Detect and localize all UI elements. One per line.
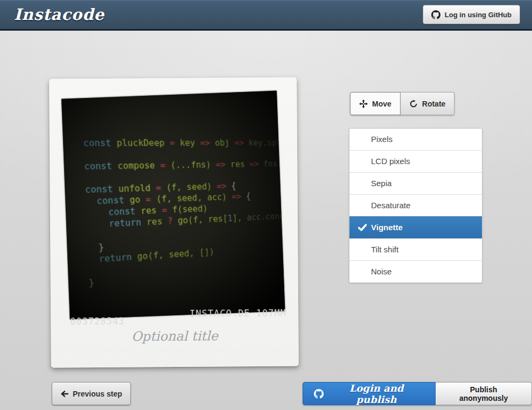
move-icon [359,100,368,108]
filter-item-noise[interactable]: Noise [349,260,482,282]
watermark-brand: INSTACO.DE 107MM [190,308,286,319]
filter-item-lcd-pixels[interactable]: LCD pixels [349,150,482,172]
filter-item-vignette[interactable]: Vignette [349,216,482,238]
filter-label: Pixels [371,135,393,144]
filter-label: Tilt shift [371,245,398,254]
rotate-button[interactable]: Rotate [401,92,455,115]
code-block: const pluckDeep = key => obj => key.spli… [83,137,285,289]
filter-list: PixelsLCD pixelsSepiaDesaturateVignetteT… [349,128,482,283]
top-navbar: Instacode Log in using GitHub [0,0,532,31]
github-icon [314,389,324,399]
filter-label: Vignette [371,223,403,232]
publish-button-group: Login and publish Publish anonymously [303,382,532,405]
github-icon [431,10,440,19]
publish-anonymously-button[interactable]: Publish anonymously [436,382,532,405]
polaroid-frame: const pluckDeep = key => obj => key.spli… [49,77,299,367]
filter-label: Noise [371,267,391,276]
app-logo: Instacode [14,5,104,24]
code-line: const pluckDeep = key => obj => key.spli… [83,137,285,149]
photo-title-input[interactable]: Optional title [51,328,298,344]
previous-step-button[interactable]: Previous step [52,382,131,405]
move-label: Move [372,100,391,108]
move-button[interactable]: Move [350,92,401,115]
filter-label: Sepia [371,179,391,188]
publish-anonymously-label: Publish anonymously [445,385,522,402]
github-login-button[interactable]: Log in using GitHub [423,5,520,24]
check-icon [358,223,367,232]
filter-item-sepia[interactable]: Sepia [349,172,482,194]
filter-label: Desaturate [371,201,410,210]
filter-item-tilt-shift[interactable]: Tilt shift [349,238,482,260]
rotate-label: Rotate [422,100,446,108]
arrow-left-icon [60,390,68,398]
login-and-publish-button[interactable]: Login and publish [303,382,436,405]
filter-item-desaturate[interactable]: Desaturate [349,194,482,216]
github-login-label: Log in using GitHub [445,11,512,19]
filter-item-pixels[interactable]: Pixels [349,129,482,150]
code-photo[interactable]: const pluckDeep = key => obj => key.spli… [61,90,285,319]
watermark-serial: 003728543 [70,316,124,327]
previous-step-label: Previous step [73,390,122,398]
app-window: Instacode Log in using GitHub const pluc… [0,0,532,410]
transform-toolbar: Move Rotate [350,92,454,115]
rotate-icon [409,100,418,108]
filter-label: LCD pixels [371,157,410,166]
login-and-publish-label: Login and publish [328,383,424,405]
